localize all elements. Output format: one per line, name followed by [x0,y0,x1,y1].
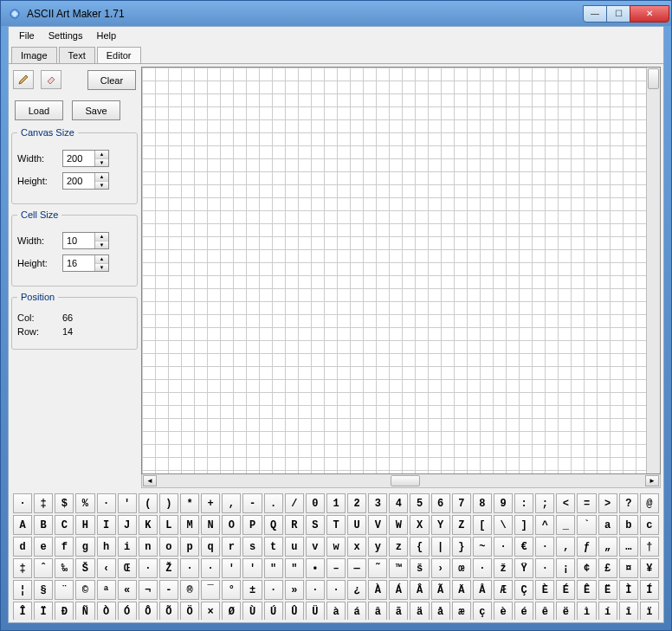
spin-up-icon[interactable]: ▲ [95,233,108,241]
palette-char[interactable]: » [285,580,304,600]
palette-char[interactable]: ? [619,493,638,513]
palette-char[interactable]: i [118,537,137,557]
palette-char[interactable]: X [410,515,429,535]
palette-char[interactable]: C [55,515,74,535]
spin-up-icon[interactable]: ▲ [95,151,108,159]
palette-char[interactable]: È [535,580,554,600]
palette-char[interactable]: < [556,493,575,513]
palette-char[interactable]: ª [97,580,116,600]
palette-char[interactable]: Ô [139,602,158,620]
palette-char[interactable]: ë [556,602,575,620]
palette-char[interactable]: ¥ [640,558,659,578]
palette-char[interactable]: p [180,537,199,557]
palette-char[interactable]: T [326,515,346,535]
palette-char[interactable]: § [34,580,53,600]
palette-char[interactable]: A [13,515,32,535]
palette-char[interactable]: 8 [473,493,492,513]
palette-char[interactable]: 2 [347,493,366,513]
palette-char[interactable]: Û [285,602,304,620]
palette-char[interactable]: … [619,537,638,557]
palette-char[interactable]: O [222,515,241,535]
spin-down-icon[interactable]: ▼ [95,241,108,249]
palette-char[interactable]: ] [514,515,533,535]
palette-char[interactable]: ï [640,602,659,620]
palette-char[interactable]: r [222,537,241,557]
palette-char[interactable]: å [431,602,450,620]
palette-char[interactable]: ‡ [13,558,32,578]
palette-char[interactable]: æ [452,602,471,620]
palette-char[interactable]: B [34,515,53,535]
minimize-button[interactable]: — [583,5,607,23]
palette-char[interactable]: c [640,515,659,535]
drawing-grid[interactable] [142,68,646,473]
palette-char[interactable]: Î [13,602,32,620]
palette-char[interactable]: ¿ [347,580,366,600]
palette-char[interactable]: · [13,493,32,513]
palette-char[interactable]: · [306,580,325,600]
palette-char[interactable]: 9 [494,493,513,513]
palette-char[interactable]: ° [222,580,241,600]
palette-char[interactable]: Y [431,515,450,535]
palette-char[interactable]: ¯ [201,580,220,600]
palette-char[interactable]: U [347,515,366,535]
palette-char[interactable]: Ž [159,558,178,578]
tab-editor[interactable]: Editor [97,47,141,64]
palette-char[interactable]: · [473,558,492,578]
scroll-thumb[interactable] [391,475,420,486]
scroll-right-icon[interactable]: ► [645,475,659,486]
palette-char[interactable]: x [347,537,366,557]
palette-char[interactable]: Œ [118,558,137,578]
palette-char[interactable]: £ [598,558,617,578]
palette-char[interactable]: + [201,493,220,513]
palette-char[interactable]: Å [473,580,492,600]
palette-char[interactable]: · [535,558,554,578]
palette-char[interactable]: [ [473,515,492,535]
palette-char[interactable]: * [180,493,199,513]
palette-char[interactable]: ' [118,493,137,513]
palette-char[interactable]: s [242,537,262,557]
palette-char[interactable]: ¦ [13,580,32,600]
palette-char[interactable]: ç [473,602,492,620]
palette-char[interactable]: 3 [368,493,387,513]
palette-char[interactable]: Ò [97,602,116,620]
palette-char[interactable]: Ë [598,580,617,600]
palette-char[interactable]: ˜ [368,558,387,578]
palette-char[interactable]: × [201,602,220,620]
palette-char[interactable]: - [242,493,262,513]
cell-height-input[interactable] [63,255,94,271]
palette-char[interactable]: Â [410,580,429,600]
palette-char[interactable]: e [34,537,53,557]
palette-char[interactable]: . [264,493,283,513]
palette-char[interactable]: É [556,580,575,600]
palette-char[interactable]: ( [139,493,158,513]
palette-char[interactable]: R [285,515,304,535]
palette-char[interactable]: Ú [264,602,283,620]
palette-char[interactable]: ) [159,493,178,513]
palette-char[interactable]: o [159,537,178,557]
palette-char[interactable]: y [368,537,387,557]
palette-char[interactable]: © [75,580,94,600]
scroll-left-icon[interactable]: ◄ [143,475,157,486]
palette-char[interactable]: 0 [306,493,325,513]
palette-char[interactable]: Í [640,580,659,600]
spin-down-icon[interactable]: ▼ [95,182,108,190]
palette-char[interactable]: w [326,537,346,557]
palette-char[interactable]: S [306,515,325,535]
palette-char[interactable]: 6 [431,493,450,513]
palette-char[interactable]: 5 [410,493,429,513]
palette-char[interactable]: : [514,493,533,513]
palette-char[interactable]: n [139,537,158,557]
titlebar[interactable]: ASCII Art Maker 1.71 — ☐ ✕ [1,1,671,26]
canvas-height-spinner[interactable]: ▲▼ [62,172,109,190]
palette-char[interactable]: Ù [242,602,262,620]
palette-char[interactable]: â [368,602,387,620]
palette-char[interactable]: I [97,515,116,535]
palette-char[interactable]: · [494,537,513,557]
palette-char[interactable]: b [619,515,638,535]
spin-down-icon[interactable]: ▼ [95,159,108,167]
palette-char[interactable]: Đ [55,602,74,620]
palette-char[interactable]: Æ [494,580,513,600]
palette-char[interactable]: ¤ [619,558,638,578]
canvas-width-input[interactable] [63,151,94,166]
palette-char[interactable]: Õ [159,602,178,620]
